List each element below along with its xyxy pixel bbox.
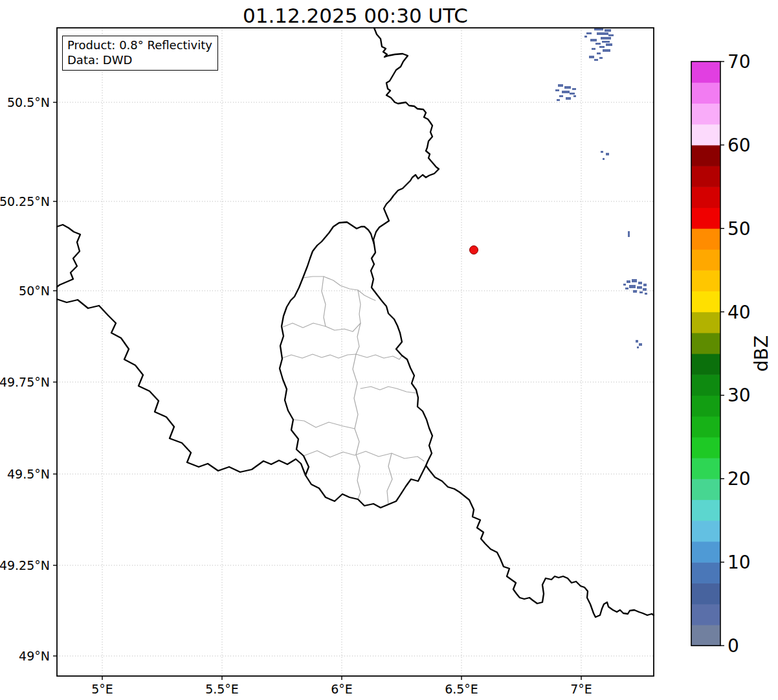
radar-echo [629, 285, 636, 288]
radar-echo [637, 346, 639, 348]
colorbar-unit-label: dBZ [751, 335, 772, 372]
colorbar-segment [691, 62, 720, 83]
radar-echo [590, 39, 597, 41]
country-border [57, 225, 80, 287]
radar-echo [597, 32, 608, 35]
axes-frame [57, 28, 654, 676]
radar-echo [589, 56, 594, 58]
radar-echo [559, 95, 563, 97]
x-tick-label: 6°E [331, 682, 353, 696]
radar-echo [570, 93, 575, 95]
radar-echo [601, 151, 603, 153]
colorbar-segment [691, 103, 720, 124]
country-border [426, 466, 654, 617]
radar-echo [557, 99, 560, 101]
radar-echo [562, 91, 570, 93]
colorbar-tick-label: 10 [728, 552, 751, 573]
colorbar-segment [691, 541, 720, 563]
radar-echo [603, 158, 605, 160]
y-tick-label: 49°N [19, 649, 50, 663]
colorbar-segment [691, 416, 720, 438]
radar-echo [601, 37, 611, 40]
colorbar-segment [691, 500, 720, 521]
colorbar-segment [691, 354, 720, 375]
canton-border [353, 354, 361, 499]
radar-echo [586, 32, 592, 34]
radar-echo [623, 284, 626, 286]
canton-border [361, 387, 416, 393]
radar-echo [584, 36, 587, 38]
colorbar-segment [691, 229, 720, 250]
country-border [373, 28, 439, 244]
colorbar-segment [691, 208, 720, 229]
colorbar-segment [691, 166, 720, 187]
colorbar-segment [691, 333, 720, 354]
colorbar-segment [691, 124, 720, 146]
radar-echo [636, 340, 638, 343]
radar-echo [555, 89, 559, 91]
canton-border [387, 453, 392, 504]
radar-echo [637, 286, 642, 289]
colorbar-segment [691, 249, 720, 271]
radar-echo [606, 153, 609, 155]
product-info-line2: Data: DWD [67, 52, 212, 67]
radar-echo [632, 279, 637, 282]
colorbar-segment [691, 145, 720, 166]
canton-border [303, 277, 375, 300]
colorbar-segment [691, 625, 720, 646]
y-tick-label: 49.5°N [7, 467, 50, 481]
radar-figure: 01.12.2025 00:30 UTC Product: 0.8° Refle… [0, 0, 778, 700]
radar-echo [592, 48, 595, 50]
x-tick-label: 7°E [570, 682, 592, 696]
colorbar-segment [691, 270, 720, 291]
radar-echo [645, 293, 647, 295]
colorbar-segment [691, 186, 720, 208]
radar-site-marker [470, 246, 478, 254]
canton-border [293, 420, 355, 429]
y-tick-label: 50.5°N [7, 95, 50, 109]
radar-echo [602, 41, 610, 43]
colorbar-tick-label: 0 [728, 635, 739, 657]
product-info-line1: Product: 0.8° Reflectivity [67, 38, 212, 52]
canton-border [356, 290, 361, 354]
radar-echo [606, 43, 612, 46]
colorbar-segment [691, 458, 720, 479]
colorbar-segment [691, 479, 720, 500]
radar-echo [599, 57, 603, 59]
x-tick-label: 5.5°E [205, 682, 239, 696]
colorbar-segment [691, 437, 720, 458]
colorbar-tick-label: 30 [728, 385, 751, 406]
y-tick-label: 50.25°N [0, 194, 50, 209]
colorbar-segment [691, 604, 720, 626]
radar-echo [572, 88, 576, 90]
colorbar-tick-label: 20 [728, 468, 751, 490]
radar-echo [608, 34, 614, 36]
colorbar-segment [691, 312, 720, 333]
x-tick-label: 5°E [91, 682, 113, 696]
colorbar-segment [691, 562, 720, 583]
radar-echo [558, 84, 563, 87]
country-border [57, 299, 306, 475]
canton-border [282, 354, 402, 359]
canton-border [304, 451, 424, 461]
radar-echo [639, 343, 642, 346]
radar-echo [643, 284, 647, 286]
y-tick-label: 49.25°N [0, 558, 50, 572]
colorbar-tick-label: 40 [728, 302, 751, 323]
radar-echo [627, 280, 630, 283]
canton-border [322, 277, 326, 326]
colorbar-segment [691, 374, 720, 396]
radar-echo [573, 95, 576, 97]
radar-echo [599, 46, 605, 48]
colorbar-tick-label: 50 [728, 218, 751, 240]
x-tick-label: 6.5°E [445, 682, 478, 696]
colorbar-segment [691, 583, 720, 604]
radar-echo [595, 43, 601, 45]
radar-echo [643, 288, 647, 291]
radar-echo [566, 97, 571, 100]
map-canvas: 5°E5.5°E6°E6.5°E7°E50.5°N50.25°N50°N49.7… [0, 0, 778, 700]
y-tick-label: 50°N [19, 284, 50, 298]
canton-border [283, 323, 361, 332]
colorbar-segment [691, 82, 720, 104]
radar-echo [605, 29, 611, 32]
